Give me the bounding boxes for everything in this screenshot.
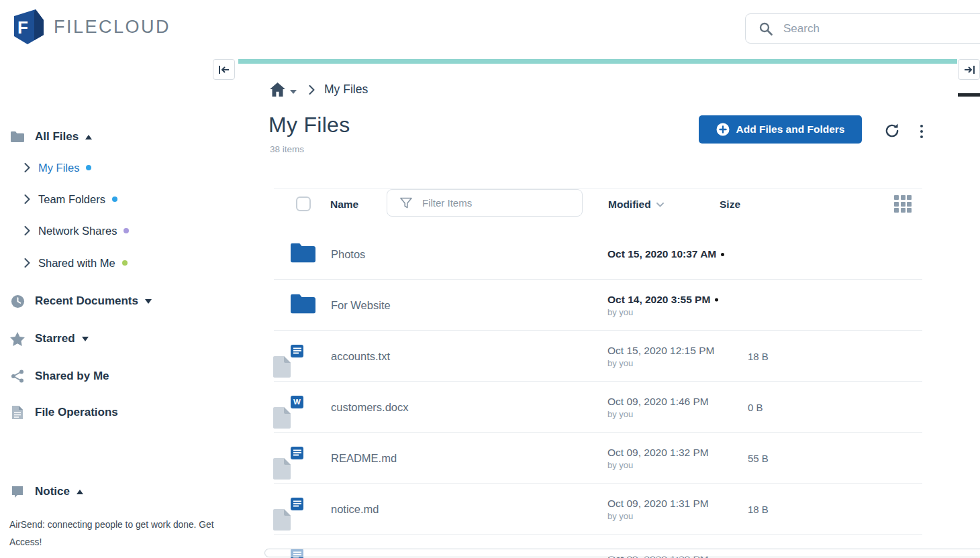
status-dot (86, 165, 91, 170)
brand-name: FILECLOUD (54, 17, 170, 38)
modified-by: by you (607, 408, 709, 418)
select-all-checkbox[interactable] (296, 197, 311, 211)
chevron-right-icon (24, 194, 30, 204)
breadcrumb-current[interactable]: My Files (324, 82, 368, 97)
home-dropdown-caret-icon (290, 90, 297, 94)
star-icon (9, 332, 26, 346)
breadcrumb-home-button[interactable] (270, 82, 297, 97)
table-row[interactable]: For Website Oct 14, 2020 3:55 PM by you (274, 280, 922, 331)
file-table-header: Name Modified Size (274, 188, 922, 229)
sidebar-item-shared-with-me[interactable]: Shared with Me (24, 254, 128, 272)
chevron-right-icon (309, 85, 315, 95)
sidebar-item-file-operations[interactable]: File Operations (9, 404, 118, 421)
sidebar-item-notice[interactable]: Notice (9, 483, 83, 500)
file-size: 0 B (748, 401, 763, 412)
modified-date-text: Oct 14, 2020 3:55 PM (607, 293, 710, 304)
more-options-button[interactable] (917, 123, 926, 140)
chevron-right-icon (24, 226, 30, 235)
clock-icon (9, 294, 26, 309)
unread-dot (715, 298, 718, 301)
add-files-button[interactable]: Add Files and Folders (699, 115, 862, 144)
collapse-right-icon (963, 65, 975, 74)
sidebar-item-my-files[interactable]: My Files (24, 159, 91, 176)
modified-by: by you (607, 459, 709, 469)
file-size: 18 B (748, 503, 769, 514)
search-input[interactable] (782, 21, 932, 36)
sidebar-item-label: Shared by Me (35, 370, 109, 383)
chevron-right-icon (24, 258, 30, 268)
sidebar-item-all-files[interactable]: All Files (9, 128, 92, 146)
filecloud-app: F FILECLOUD All Files My Files (0, 0, 980, 558)
scrollbar-thumb[interactable] (958, 93, 980, 97)
text-badge (291, 498, 303, 510)
breadcrumb: My Files (270, 82, 368, 97)
logo-shield-icon: F (13, 9, 44, 44)
sidebar: All Files My Files Team Folders Network … (0, 58, 238, 558)
sidebar-item-label: Starred (35, 332, 75, 345)
column-header-modified[interactable]: Modified (608, 199, 664, 211)
chevron-down-icon (82, 337, 89, 341)
sidebar-item-label: File Operations (35, 406, 118, 419)
refresh-icon (883, 122, 901, 140)
share-icon (9, 370, 26, 383)
progress-bar (238, 59, 957, 64)
folder-icon (291, 294, 315, 316)
modified-date: Oct 14, 2020 3:55 PM (607, 293, 718, 305)
sidebar-item-label: My Files (38, 162, 79, 174)
status-dot (112, 197, 117, 202)
filecloud-logo[interactable]: F FILECLOUD (13, 9, 170, 44)
collapse-sidebar-button[interactable] (213, 59, 235, 80)
column-header-size[interactable]: Size (720, 199, 740, 211)
file-table: Photos Oct 15, 2020 10:37 AM For Website… (274, 229, 922, 558)
modified-date: Oct 15, 2020 10:37 AM (607, 248, 724, 260)
sidebar-item-starred[interactable]: Starred (9, 330, 89, 347)
table-row[interactable]: notice.md Oct 09, 2020 1:31 PM by you 18… (274, 484, 922, 535)
collapse-panel-button[interactable] (958, 59, 980, 80)
top-bar: F FILECLOUD (0, 0, 980, 58)
file-name[interactable]: Photos (331, 247, 365, 260)
column-header-name[interactable]: Name (330, 199, 358, 211)
column-header-modified-label: Modified (608, 199, 651, 211)
table-row[interactable]: Photos Oct 15, 2020 10:37 AM (274, 229, 922, 280)
sidebar-item-network-shares[interactable]: Network Shares (24, 222, 129, 239)
word-badge: W (291, 396, 303, 408)
status-dot (124, 228, 129, 233)
horizontal-scrollbar[interactable] (264, 549, 980, 557)
funnel-icon (400, 197, 412, 209)
file-name[interactable]: For Website (331, 298, 391, 311)
table-row[interactable]: README.md Oct 09, 2020 1:32 PM by you 55… (274, 433, 922, 484)
text-badge (291, 345, 303, 357)
filter-items-input[interactable] (421, 197, 558, 209)
notice-text: AirSend: connecting people to get work d… (9, 516, 223, 551)
sidebar-item-label: All Files (35, 130, 79, 144)
file-name[interactable]: notice.md (331, 502, 379, 515)
file-icon (9, 405, 26, 420)
folder-icon (9, 131, 26, 143)
sidebar-item-label: Shared with Me (38, 257, 115, 270)
table-row[interactable]: W customers.docx Oct 09, 2020 1:46 PM by… (274, 382, 922, 433)
refresh-button[interactable] (883, 122, 901, 140)
file-name[interactable]: customers.docx (331, 400, 409, 413)
chevron-right-icon (24, 163, 30, 172)
modified-date: Oct 09, 2020 1:31 PM (607, 497, 709, 509)
status-dot (122, 260, 128, 266)
kebab-dot (920, 130, 923, 133)
items-count: 38 items (270, 144, 304, 154)
table-row[interactable]: accounts.txt Oct 15, 2020 12:15 PM by yo… (274, 331, 922, 382)
notice-icon (9, 485, 26, 498)
file-size: 55 B (748, 452, 769, 463)
sidebar-item-label: Team Folders (38, 193, 105, 206)
search-icon (759, 22, 773, 36)
chevron-up-icon (85, 135, 92, 140)
sidebar-item-recent-documents[interactable]: Recent Documents (9, 292, 152, 310)
sidebar-item-team-folders[interactable]: Team Folders (24, 190, 117, 208)
folder-icon (291, 243, 315, 265)
global-search (745, 13, 980, 44)
collapse-left-icon (218, 65, 230, 74)
file-name[interactable]: accounts.txt (331, 349, 390, 362)
plus-circle-icon (716, 123, 730, 136)
sidebar-item-shared-by-me[interactable]: Shared by Me (9, 368, 109, 385)
grid-view-button[interactable] (894, 195, 912, 213)
file-name[interactable]: README.md (331, 451, 397, 464)
sort-chevron-down-icon (656, 203, 664, 207)
